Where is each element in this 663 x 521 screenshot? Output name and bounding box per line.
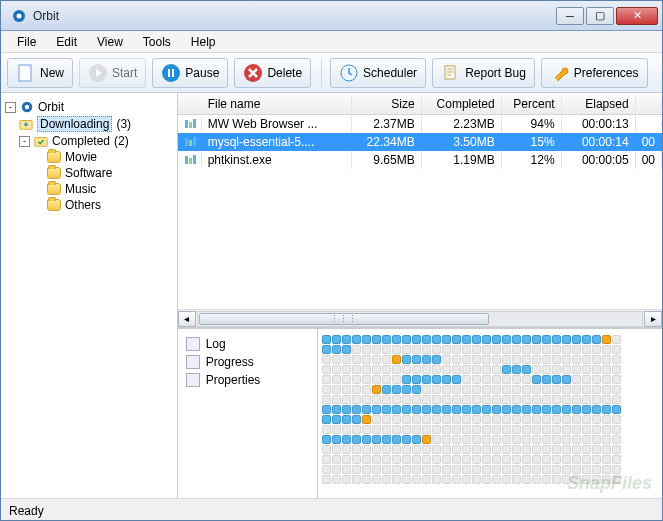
chunk-cell [522, 465, 531, 474]
chunk-cell [332, 435, 341, 444]
tree-music[interactable]: Music [47, 181, 173, 197]
chunk-cell [402, 465, 411, 474]
tree-software[interactable]: Software [47, 165, 173, 181]
app-icon [11, 8, 27, 24]
chunk-cell [542, 415, 551, 424]
column-completed[interactable]: Completed [422, 95, 502, 113]
chunk-cell [402, 475, 411, 484]
menu-view[interactable]: View [87, 33, 133, 51]
close-button[interactable]: ✕ [616, 7, 658, 25]
column-extra[interactable] [636, 102, 662, 106]
chunk-cell [462, 405, 471, 414]
chunk-cell [392, 365, 401, 374]
tree-completed[interactable]: - Completed (2) [19, 133, 173, 149]
chunk-cell [562, 435, 571, 444]
chunk-cell [512, 465, 521, 474]
pause-button[interactable]: Pause [152, 58, 228, 88]
chunk-cell [502, 355, 511, 364]
chunk-cell [412, 345, 421, 354]
svg-rect-5 [168, 69, 170, 77]
chunk-cell [432, 435, 441, 444]
chunk-cell [462, 345, 471, 354]
maximize-button[interactable]: ▢ [586, 7, 614, 25]
tree-others[interactable]: Others [47, 197, 173, 213]
chunk-cell [492, 385, 501, 394]
column-elapsed[interactable]: Elapsed [562, 95, 636, 113]
chunk-cell [482, 345, 491, 354]
chunk-cell [342, 365, 351, 374]
chunk-cell [482, 335, 491, 344]
chunk-cell [542, 375, 551, 384]
chunk-cell [492, 365, 501, 374]
chunk-cell [482, 425, 491, 434]
tree-movie[interactable]: Movie [47, 149, 173, 165]
cell-elapsed: 00:00:05 [562, 151, 636, 169]
download-row-icon [178, 152, 202, 168]
chunk-cell [552, 445, 561, 454]
scheduler-button[interactable]: Scheduler [330, 58, 426, 88]
tab-properties[interactable]: Properties [184, 371, 311, 389]
chunk-cell [502, 405, 511, 414]
chunk-cell [392, 385, 401, 394]
chunk-cell [392, 435, 401, 444]
tab-properties-label: Properties [206, 373, 261, 387]
chunk-cell [422, 395, 431, 404]
column-size[interactable]: Size [352, 95, 422, 113]
menu-edit[interactable]: Edit [46, 33, 87, 51]
chunk-cell [522, 365, 531, 374]
chunk-cell [392, 335, 401, 344]
horizontal-scrollbar[interactable]: ◂ ⋮⋮⋮ ▸ [178, 309, 662, 327]
report-bug-button[interactable]: Report Bug [432, 58, 535, 88]
chunk-cell [322, 455, 331, 464]
play-icon [88, 63, 108, 83]
tree-root[interactable]: - Orbit [5, 99, 173, 115]
column-percent[interactable]: Percent [502, 95, 562, 113]
chunk-cell [352, 425, 361, 434]
pause-label: Pause [185, 66, 219, 80]
chunk-cell [422, 445, 431, 454]
folder-icon [47, 151, 61, 163]
delete-button[interactable]: Delete [234, 58, 311, 88]
chunk-cell [372, 395, 381, 404]
table-row[interactable]: MW Web Browser ...2.37MB2.23MB94%00:00:1… [178, 115, 662, 133]
start-button[interactable]: Start [79, 58, 146, 88]
menu-tools[interactable]: Tools [133, 33, 181, 51]
chunk-cell [422, 345, 431, 354]
tree-downloading[interactable]: Downloading (3) [19, 115, 173, 133]
collapse-icon[interactable]: - [5, 102, 16, 113]
chunk-cell [382, 465, 391, 474]
chunk-cell [582, 455, 591, 464]
menu-file[interactable]: File [7, 33, 46, 51]
table-row[interactable]: mysql-essential-5....22.34MB3.50MB15%00:… [178, 133, 662, 151]
chunk-cell [512, 375, 521, 384]
column-name[interactable]: File name [202, 95, 352, 113]
tab-progress[interactable]: Progress [184, 353, 311, 371]
chunk-cell [582, 355, 591, 364]
chunk-cell [612, 395, 621, 404]
scroll-right-icon[interactable]: ▸ [644, 311, 662, 327]
window-title: Orbit [33, 9, 556, 23]
chunk-cell [542, 435, 551, 444]
chunk-cell [472, 405, 481, 414]
chunk-cell [512, 395, 521, 404]
scroll-thumb[interactable]: ⋮⋮⋮ [199, 313, 489, 325]
new-button[interactable]: New [7, 58, 73, 88]
chunk-cell [392, 375, 401, 384]
table-row[interactable]: phtkinst.exe9.65MB1.19MB12%00:00:0500 [178, 151, 662, 169]
chunk-cell [382, 415, 391, 424]
chunk-row [322, 445, 658, 454]
column-icon[interactable] [178, 102, 202, 106]
chunk-cell [482, 375, 491, 384]
scroll-left-icon[interactable]: ◂ [178, 311, 196, 327]
tab-log[interactable]: Log [184, 335, 311, 353]
chunk-cell [612, 405, 621, 414]
preferences-button[interactable]: Preferences [541, 58, 648, 88]
scroll-track[interactable]: ⋮⋮⋮ [197, 311, 643, 327]
svg-rect-19 [193, 137, 196, 146]
menu-help[interactable]: Help [181, 33, 226, 51]
chunk-cell [472, 425, 481, 434]
collapse-icon[interactable]: - [19, 136, 30, 147]
chunk-cell [362, 475, 371, 484]
chunk-cell [422, 355, 431, 364]
minimize-button[interactable]: ─ [556, 7, 584, 25]
